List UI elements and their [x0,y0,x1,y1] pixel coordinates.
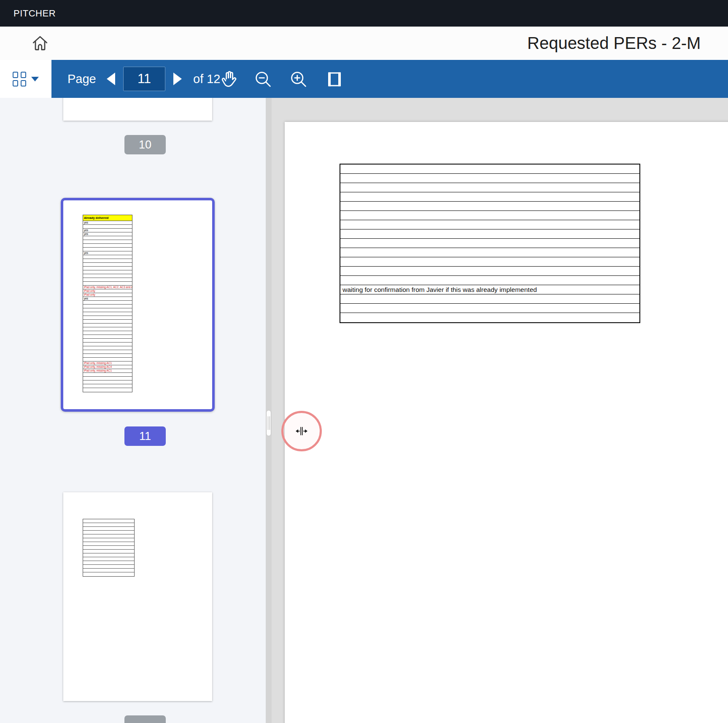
thumb11-mini-table: Already delivered yesyesyesyesiPad only,… [83,215,132,392]
thumb-row [83,305,132,308]
thumbnail-page-12[interactable] [63,492,212,701]
thumb-row: yes [83,229,132,232]
thumb-row [83,384,132,388]
thumb12-rows [83,519,135,577]
thumb-row [83,380,132,384]
document-title: Requested PERs - 2-M [527,27,701,60]
thumb-row [83,267,132,270]
page-11-badge: 11 [124,426,166,446]
table-row [340,183,639,192]
thumb-row [83,523,134,527]
arrow-left-icon [107,73,115,85]
thumb-row: yes [83,221,132,225]
thumb-row [83,546,134,550]
zoom-in-button[interactable] [287,68,310,91]
thumb-row [83,542,134,546]
thumb-row [83,388,132,392]
thumb-row [83,225,132,229]
thumbnail-page-11-selected[interactable]: Already delivered yesyesyesyesiPad only,… [61,198,215,412]
table-row [340,211,639,220]
table-row [340,257,639,267]
pdf-toolbar: Page 11 of 12 [0,60,728,98]
page-10-badge: 10 [124,135,166,154]
thumb-row [83,282,132,286]
thumb-row: yes [83,297,132,301]
thumb-row [83,561,134,565]
next-page-button[interactable] [168,60,187,98]
zoom-out-button[interactable] [252,68,275,91]
arrow-right-icon [173,73,182,85]
pan-tool-button[interactable] [218,68,240,91]
thumb-row [83,339,132,343]
fit-page-icon [326,70,343,89]
thumb-row [83,354,132,358]
thumb-row: iPad only, missing AC1 [83,362,132,365]
page-label: Page [67,60,96,98]
page-count-label: of 12 [193,60,221,98]
hand-icon [220,69,238,89]
thumb11-header: Already delivered [83,215,132,221]
thumbnails-grid-icon [13,72,26,86]
table-row [340,220,639,229]
thumb-row [83,358,132,362]
thumb-row: iPad only, missing AC1 [83,369,132,373]
thumb-row [83,335,132,339]
thumb-row [83,308,132,312]
zoom-in-icon [289,70,308,89]
thumb-row [83,569,134,572]
table-row [340,229,639,239]
table-row [340,174,639,183]
thumb-row [83,550,134,553]
thumb-row [83,373,132,377]
previous-page-button[interactable] [101,60,121,98]
thumb-row [83,343,132,346]
thumbnail-sidebar: 10 Already delivered yesyesyesyesiPad on… [0,98,266,723]
thumbnail-panel-toggle[interactable] [0,60,51,98]
thumb-row [83,255,132,259]
thumb-row [83,324,132,327]
thumb-row [83,350,132,354]
fit-page-button[interactable] [323,68,346,91]
table-row [340,267,639,276]
table-row [340,192,639,202]
thumb-row: yes [83,232,132,236]
thumb-row [83,538,134,542]
thumb-row [83,377,132,380]
table-row [340,276,639,285]
document-header: Requested PERs - 2-M [0,27,728,60]
content-area: 10 Already delivered yesyesyesyesiPad on… [0,98,728,723]
app-brand: PITCHER [13,0,56,27]
thumb-row [83,565,134,569]
thumb-row [83,557,134,561]
thumb-row [83,534,134,538]
thumb-row [83,263,132,267]
document-table: waiting for confirmation from Javier if … [340,164,640,323]
splitter-handle[interactable] [266,410,271,436]
thumb-row [83,320,132,324]
table-row [340,239,639,248]
thumbnail-page-10[interactable] [63,98,212,121]
thumb-row: iPad only [83,289,132,293]
table-row: waiting for confirmation from Javier if … [340,285,639,294]
thumb-row [83,572,134,576]
zoom-out-icon [253,70,273,89]
document-viewer: waiting for confirmation from Javier if … [272,98,728,723]
thumb-row: iPad only, missing AC4 [83,365,132,369]
thumb-row [83,527,134,531]
home-icon [31,34,49,52]
table-row [340,294,639,304]
current-page-input[interactable]: 11 [123,67,165,91]
thumb11-rows: yesyesyesyesiPad only, missing AC1, AC2,… [83,221,132,392]
table-row [340,248,639,257]
thumb-row [83,316,132,320]
home-button[interactable] [30,34,50,53]
panel-splitter[interactable] [266,98,272,723]
thumb-row: yes [83,251,132,255]
thumb-row [83,248,132,251]
thumb-row [83,301,132,305]
table-row [340,304,639,313]
chevron-down-icon [31,77,39,81]
thumb-row [83,553,134,557]
thumb-row [83,327,132,331]
thumb-row [83,331,132,335]
